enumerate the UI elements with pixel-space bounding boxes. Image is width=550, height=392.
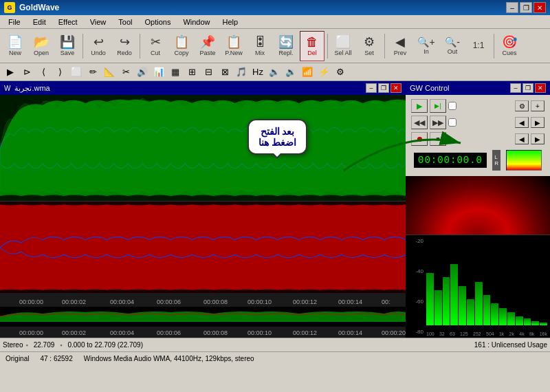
info-bar: Original 47 : 62592 Windows Media Audio … <box>0 351 550 365</box>
vol-btn-2[interactable]: ▶ <box>531 117 544 128</box>
freq-252: 252 <box>473 331 481 336</box>
loop-checkbox-area <box>448 102 458 110</box>
tb2-btn-15[interactable]: 🎵 <box>234 65 249 80</box>
speed-btn-1[interactable]: ◀ <box>515 133 529 144</box>
wave-minimize[interactable]: – <box>366 83 377 93</box>
time-mark-8: 00:00:08 <box>204 298 228 305</box>
status-sep-icon: ▪ <box>60 342 62 349</box>
ov-mark-0: 00:00:00 <box>19 329 43 336</box>
settings-btn-2[interactable]: + <box>531 100 544 111</box>
wave-filename: تجربة.wma <box>14 84 50 93</box>
menu-window[interactable]: Window <box>177 17 215 28</box>
tb2-btn-9[interactable]: 🔊 <box>135 65 150 80</box>
ov-mark-2: 00:00:02 <box>62 329 86 336</box>
spec-bar-6 <box>467 299 474 325</box>
menu-help[interactable]: Help <box>217 17 244 28</box>
spec-bar-12 <box>516 316 523 325</box>
tb2-btn-6[interactable]: ✏ <box>85 65 100 80</box>
tb2-btn-11[interactable]: ▦ <box>168 65 183 80</box>
tb2-btn-20[interactable]: ⚡ <box>316 65 331 80</box>
new-button[interactable]: 📄New <box>3 31 28 61</box>
time-mark-12: 00:00:12 <box>293 298 317 305</box>
tb2-btn-4[interactable]: ⟩ <box>52 65 67 80</box>
pnew-button[interactable]: 📋P.New <box>221 31 246 61</box>
right-panel: GW Control – ❐ ✕ ▶ ▶| ⚙ + ◀◀ <box>406 81 550 338</box>
time-mark-10: 00:00:10 <box>248 298 272 305</box>
ctrl-close[interactable]: ✕ <box>535 83 546 93</box>
db-label-40: -40 <box>407 268 424 274</box>
tb2-btn-16[interactable]: Hz <box>250 65 265 80</box>
info-label-original: Original <box>6 355 29 362</box>
spec-bar-1 <box>426 273 434 325</box>
cut-button[interactable]: ✂Cut <box>143 31 168 61</box>
zoom-out-button[interactable]: 🔍-Out <box>440 31 465 61</box>
tb2-btn-1[interactable]: ▶ <box>3 65 18 80</box>
main-toolbar: 📄New 📂Open 💾Save ↩Undo ↪Redo ✂Cut 📋Copy … <box>0 29 550 63</box>
vol-btn-1[interactable]: ◀ <box>515 117 529 128</box>
wave-restore[interactable]: ❐ <box>378 83 389 93</box>
zoom-in-button[interactable]: 🔍+In <box>414 31 439 61</box>
save-button[interactable]: 💾Save <box>55 31 80 61</box>
play-button[interactable]: ▶ <box>411 99 428 113</box>
tb2-btn-2[interactable]: ⊳ <box>19 65 34 80</box>
main-area: W تجربة.wma – ❐ ✕ 1.0 0.0 <box>0 81 550 338</box>
sel-all-button[interactable]: ⬜Sel All <box>331 31 355 61</box>
spectrum-db-labels: -20 -40 -60 -80 <box>406 235 425 338</box>
menu-tool[interactable]: Tool <box>113 17 138 28</box>
loop-checkbox[interactable] <box>448 102 456 110</box>
play-to-end-button[interactable]: ▶| <box>430 99 446 113</box>
set-button[interactable]: ⚙Set <box>357 31 382 61</box>
menu-options[interactable]: Options <box>139 17 176 28</box>
cues-button[interactable]: 🎯Cues <box>497 31 522 61</box>
tb2-btn-19[interactable]: 📶 <box>300 65 315 80</box>
copy-button[interactable]: 📋Copy <box>169 31 194 61</box>
repl-button[interactable]: 🔄Repl. <box>274 31 298 61</box>
tb2-btn-17[interactable]: 🔈 <box>267 65 282 80</box>
del-button[interactable]: 🗑Del <box>300 31 324 61</box>
speed-btn-2[interactable]: ▶ <box>531 133 544 144</box>
tb2-btn-18[interactable]: 🔉 <box>283 65 298 80</box>
menu-effect[interactable]: Effect <box>53 17 83 28</box>
paste-button[interactable]: 📌Paste <box>195 31 220 61</box>
tb2-btn-8[interactable]: ✂ <box>118 65 133 80</box>
tb2-btn-12[interactable]: ⊞ <box>184 65 199 80</box>
undo-button[interactable]: ↩Undo <box>86 31 111 61</box>
minimize-button[interactable]: – <box>506 2 518 13</box>
tb2-btn-7[interactable]: 📐 <box>102 65 117 80</box>
overview-timeline: 00:00:00 00:00:02 00:00:04 00:00:06 00:0… <box>0 327 406 338</box>
menu-file[interactable]: File <box>3 17 26 28</box>
tb2-btn-21[interactable]: ⚙ <box>333 65 348 80</box>
spec-bar-10 <box>499 308 507 325</box>
spec-bar-3 <box>443 277 450 325</box>
settings-btn-1[interactable]: ⚙ <box>515 100 529 111</box>
restore-button[interactable]: ❐ <box>520 2 532 13</box>
tb2-btn-3[interactable]: ⟨ <box>36 65 51 80</box>
time-mark-0: 00:00:00 <box>19 298 43 305</box>
ctrl-restore[interactable]: ❐ <box>522 83 534 93</box>
lr-indicator: LR <box>494 154 498 166</box>
redo-button[interactable]: ↪Redo <box>112 31 137 61</box>
overview-strip: 00:00:00 00:00:02 00:00:04 00:00:06 00:0… <box>0 307 406 338</box>
open-button[interactable]: 📂Open <box>29 31 54 61</box>
mix-button[interactable]: 🎛Mix <box>248 31 272 61</box>
zoom-1-1-button[interactable]: 1:1 <box>466 31 491 61</box>
menu-bar: File Edit Effect View Tool Options Windo… <box>0 15 550 29</box>
tb2-btn-13[interactable]: ⊟ <box>201 65 216 80</box>
prev-button[interactable]: ◀Prev <box>388 31 412 61</box>
spec-bar-13 <box>524 318 531 325</box>
tb2-btn-10[interactable]: 📊 <box>151 65 166 80</box>
ctrl-minimize[interactable]: – <box>510 83 521 93</box>
close-button[interactable]: ✕ <box>534 2 546 13</box>
menu-edit[interactable]: Edit <box>28 17 52 28</box>
menu-view[interactable]: View <box>85 17 112 28</box>
status-mode-icon: ▪ <box>25 342 28 349</box>
spec-bar-14 <box>531 321 539 325</box>
wave-close[interactable]: ✕ <box>390 83 402 93</box>
spectrum-freq-labels: 100 32 63 125 252 504 1k 2k 4k 8k 16k <box>426 331 547 336</box>
ov-mark-14: 00:00:14 <box>338 329 362 336</box>
tb2-btn-14[interactable]: ⊠ <box>217 65 232 80</box>
status-mode: Stereo <box>3 341 23 349</box>
tb2-btn-5[interactable]: ⬜ <box>69 65 84 80</box>
tooltip-line2: اضغط هنا <box>258 137 296 148</box>
status-info: 161 : Unlicensed Usage <box>474 341 547 349</box>
